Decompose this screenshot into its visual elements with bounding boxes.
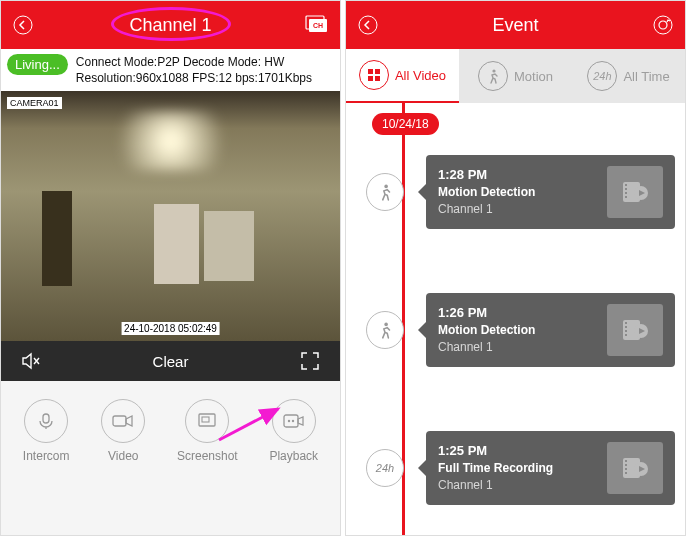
- motion-icon: [366, 311, 404, 349]
- svg-point-9: [288, 420, 290, 422]
- info-line-2: Resolution:960x1088 FPS:12 bps:1701Kbps: [76, 70, 334, 86]
- live-view-screen: Channel 1 CH Living... Connect Mode:P2P …: [0, 0, 341, 536]
- event-item[interactable]: 1:26 PM Motion Detection Channel 1: [366, 293, 675, 367]
- mute-button[interactable]: [19, 349, 43, 373]
- svg-point-25: [384, 323, 388, 327]
- svg-rect-23: [625, 196, 627, 198]
- svg-rect-15: [368, 76, 373, 81]
- 24h-icon: 24h: [366, 449, 404, 487]
- back-button[interactable]: [1, 1, 45, 49]
- fullscreen-button[interactable]: [298, 349, 322, 373]
- event-item[interactable]: 1:28 PM Motion Detection Channel 1: [366, 155, 675, 229]
- header: Event: [346, 1, 685, 49]
- stream-quality-button[interactable]: Clear: [153, 353, 189, 370]
- back-button[interactable]: [346, 1, 390, 49]
- event-screen: Event All Video Motion 24h All Time 10/2…: [345, 0, 686, 536]
- svg-rect-33: [625, 460, 627, 462]
- event-thumbnail: [607, 166, 663, 218]
- video-controls: Clear: [1, 341, 340, 381]
- event-channel: Channel 1: [438, 201, 607, 218]
- svg-rect-20: [625, 184, 627, 186]
- screenshot-button[interactable]: Screenshot: [177, 399, 238, 463]
- intercom-button[interactable]: Intercom: [23, 399, 70, 463]
- svg-point-11: [359, 16, 377, 34]
- event-channel: Channel 1: [438, 339, 607, 356]
- refresh-icon: [652, 14, 674, 36]
- svg-point-0: [14, 16, 32, 34]
- svg-rect-16: [375, 76, 380, 81]
- svg-rect-29: [625, 330, 627, 332]
- playback-icon: [283, 413, 305, 429]
- screenshot-label: Screenshot: [177, 449, 238, 463]
- motion-icon: [366, 173, 404, 211]
- tab-label: All Time: [623, 69, 669, 84]
- event-timeline[interactable]: 10/24/18 1:28 PM Motion Detection Channe…: [346, 103, 685, 535]
- event-card: 1:26 PM Motion Detection Channel 1: [426, 293, 675, 367]
- svg-rect-36: [625, 472, 627, 474]
- event-card: 1:25 PM Full Time Recording Channel 1: [426, 431, 675, 505]
- svg-rect-21: [625, 188, 627, 190]
- video-viewport[interactable]: CAMERA01 24-10-2018 05:02:49: [1, 91, 340, 341]
- tab-motion[interactable]: Motion: [459, 49, 572, 103]
- event-channel: Channel 1: [438, 477, 607, 494]
- channel-switch-button[interactable]: CH: [296, 1, 340, 49]
- chevron-left-icon: [357, 14, 379, 36]
- refresh-button[interactable]: [641, 1, 685, 49]
- event-time: 1:26 PM: [438, 304, 607, 322]
- status-badge: Living...: [7, 54, 68, 75]
- 24h-icon: 24h: [587, 61, 617, 91]
- film-play-icon: [621, 455, 649, 481]
- svg-rect-4: [43, 414, 49, 423]
- svg-point-17: [492, 69, 495, 72]
- event-time: 1:25 PM: [438, 442, 607, 460]
- svg-text:CH: CH: [313, 22, 323, 29]
- stream-stats: Connect Mode:P2P Decode Mode: HW Resolut…: [76, 54, 334, 86]
- stream-info: Living... Connect Mode:P2P Decode Mode: …: [1, 49, 340, 91]
- event-type: Motion Detection: [438, 322, 607, 339]
- event-thumbnail: [607, 304, 663, 356]
- header: Channel 1 CH: [1, 1, 340, 49]
- event-thumbnail: [607, 442, 663, 494]
- motion-icon: [478, 61, 508, 91]
- svg-rect-22: [625, 192, 627, 194]
- camcorder-icon: [112, 413, 134, 429]
- svg-point-12: [654, 16, 672, 34]
- svg-point-18: [384, 185, 388, 189]
- page-title: Channel 1: [45, 15, 296, 36]
- svg-rect-34: [625, 464, 627, 466]
- video-frame: CAMERA01 24-10-2018 05:02:49: [1, 91, 340, 341]
- svg-rect-27: [625, 322, 627, 324]
- tab-all-time[interactable]: 24h All Time: [572, 49, 685, 103]
- chevron-left-icon: [12, 14, 34, 36]
- event-type: Full Time Recording: [438, 460, 607, 477]
- svg-rect-6: [199, 414, 215, 426]
- svg-rect-30: [625, 334, 627, 336]
- speaker-mute-icon: [20, 350, 42, 372]
- playback-label: Playback: [269, 449, 318, 463]
- film-play-icon: [621, 317, 649, 343]
- grid-icon: [359, 60, 389, 90]
- camera-tag: CAMERA01: [7, 97, 62, 109]
- video-record-button[interactable]: Video: [101, 399, 145, 463]
- filter-tabs: All Video Motion 24h All Time: [346, 49, 685, 103]
- screenshot-icon: [197, 412, 217, 430]
- svg-point-10: [292, 420, 294, 422]
- microphone-icon: [36, 411, 56, 431]
- video-timestamp: 24-10-2018 05:02:49: [121, 322, 220, 335]
- playback-button[interactable]: Playback: [269, 399, 318, 463]
- toolbar: Intercom Video Screenshot Playback: [1, 381, 340, 535]
- svg-rect-5: [113, 416, 126, 426]
- page-title: Event: [390, 15, 641, 36]
- video-label: Video: [108, 449, 138, 463]
- info-line-1: Connect Mode:P2P Decode Mode: HW: [76, 54, 334, 70]
- expand-icon: [300, 351, 320, 371]
- tab-label: All Video: [395, 68, 446, 83]
- svg-rect-14: [375, 69, 380, 74]
- tab-label: Motion: [514, 69, 553, 84]
- date-chip: 10/24/18: [372, 113, 439, 135]
- svg-rect-13: [368, 69, 373, 74]
- event-item[interactable]: 24h 1:25 PM Full Time Recording Channel …: [366, 431, 675, 505]
- tab-all-video[interactable]: All Video: [346, 49, 459, 103]
- svg-rect-28: [625, 326, 627, 328]
- svg-rect-35: [625, 468, 627, 470]
